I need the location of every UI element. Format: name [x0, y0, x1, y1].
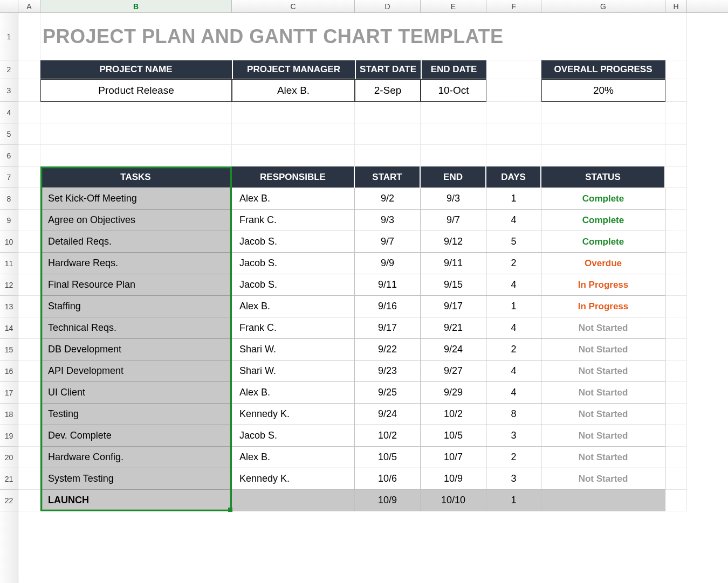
task-status-cell[interactable]: Not Started	[541, 339, 665, 360]
row-header-19[interactable]: 19	[0, 425, 18, 447]
task-start-cell[interactable]: 10/9	[355, 490, 421, 511]
cell-A10[interactable]	[18, 231, 40, 253]
task-status-cell[interactable]: In Progress	[541, 274, 665, 296]
task-status-cell[interactable]: Not Started	[541, 447, 665, 468]
cell-H14[interactable]	[665, 317, 687, 339]
cell-A1[interactable]	[18, 13, 40, 60]
row-header-13[interactable]: 13	[0, 296, 18, 317]
task-days-cell[interactable]: 8	[486, 404, 541, 425]
col-header-H[interactable]: H	[665, 0, 687, 12]
cell-G5[interactable]	[541, 123, 665, 145]
task-responsible-cell[interactable]	[232, 490, 355, 511]
cell-F3[interactable]	[486, 79, 541, 102]
cell-D6[interactable]	[355, 145, 421, 166]
row-header-10[interactable]: 10	[0, 231, 18, 253]
row-header-11[interactable]: 11	[0, 253, 18, 274]
row-header-22[interactable]: 22	[0, 490, 18, 511]
col-header-C[interactable]: C	[232, 0, 355, 12]
row-header-7[interactable]: 7	[0, 166, 18, 188]
cell-H11[interactable]	[665, 253, 687, 274]
col-header-D[interactable]: D	[355, 0, 421, 12]
task-responsible-cell[interactable]: Frank C.	[232, 210, 355, 231]
task-end-cell[interactable]: 10/7	[421, 447, 486, 468]
select-all-corner[interactable]	[0, 0, 18, 12]
cell-A9[interactable]	[18, 210, 40, 231]
row-header-1[interactable]: 1	[0, 13, 18, 60]
cell-H1[interactable]	[665, 13, 687, 60]
row-header-17[interactable]: 17	[0, 382, 18, 404]
task-name-cell[interactable]: System Testing	[40, 468, 232, 490]
task-name-cell[interactable]: Set Kick-Off Meeting	[40, 188, 232, 210]
th-start[interactable]: START	[355, 166, 421, 188]
cell-F5[interactable]	[486, 123, 541, 145]
task-end-cell[interactable]: 10/2	[421, 404, 486, 425]
task-name-cell[interactable]: DB Development	[40, 339, 232, 360]
task-end-cell[interactable]: 9/24	[421, 339, 486, 360]
cell-A19[interactable]	[18, 425, 40, 447]
value-project-manager[interactable]: Alex B.	[232, 79, 355, 102]
task-days-cell[interactable]: 5	[486, 231, 541, 253]
cell-A15[interactable]	[18, 339, 40, 360]
row-header-6[interactable]: 6	[0, 145, 18, 166]
cell-B5[interactable]	[40, 123, 232, 145]
task-start-cell[interactable]: 9/25	[355, 382, 421, 404]
cell-H8[interactable]	[665, 188, 687, 210]
task-start-cell[interactable]: 9/17	[355, 317, 421, 339]
task-end-cell[interactable]: 10/10	[421, 490, 486, 511]
task-days-cell[interactable]: 2	[486, 339, 541, 360]
task-end-cell[interactable]: 9/11	[421, 253, 486, 274]
task-responsible-cell[interactable]: Alex B.	[232, 382, 355, 404]
task-name-cell[interactable]: Agree on Objectives	[40, 210, 232, 231]
task-start-cell[interactable]: 9/22	[355, 339, 421, 360]
cell-D4[interactable]	[355, 102, 421, 123]
task-end-cell[interactable]: 9/7	[421, 210, 486, 231]
grid[interactable]: PROJECT PLAN AND GANTT CHART TEMPLATE PR…	[18, 13, 728, 583]
cell-H3[interactable]	[665, 79, 687, 102]
task-name-cell[interactable]: Hardware Reqs.	[40, 253, 232, 274]
task-status-cell[interactable]: Complete	[541, 188, 665, 210]
cell-A5[interactable]	[18, 123, 40, 145]
task-days-cell[interactable]: 4	[486, 274, 541, 296]
cell-H2[interactable]	[665, 60, 687, 79]
value-start-date[interactable]: 2-Sep	[355, 79, 421, 102]
cell-C6[interactable]	[232, 145, 355, 166]
cell-B6[interactable]	[40, 145, 232, 166]
task-name-cell[interactable]: Staffing	[40, 296, 232, 317]
task-days-cell[interactable]: 1	[486, 296, 541, 317]
task-status-cell[interactable]	[541, 490, 665, 511]
cell-H13[interactable]	[665, 296, 687, 317]
cell-H19[interactable]	[665, 425, 687, 447]
row-header-12[interactable]: 12	[0, 274, 18, 296]
header-end-date[interactable]: END DATE	[421, 60, 486, 79]
cell-H6[interactable]	[665, 145, 687, 166]
task-days-cell[interactable]: 4	[486, 317, 541, 339]
row-header-5[interactable]: 5	[0, 123, 18, 145]
task-start-cell[interactable]: 9/24	[355, 404, 421, 425]
task-responsible-cell[interactable]: Shari W.	[232, 360, 355, 382]
task-responsible-cell[interactable]: Jacob S.	[232, 253, 355, 274]
task-status-cell[interactable]: Not Started	[541, 425, 665, 447]
cell-A16[interactable]	[18, 360, 40, 382]
task-responsible-cell[interactable]: Frank C.	[232, 317, 355, 339]
task-days-cell[interactable]: 2	[486, 253, 541, 274]
task-days-cell[interactable]: 4	[486, 382, 541, 404]
cell-D5[interactable]	[355, 123, 421, 145]
cell-F6[interactable]	[486, 145, 541, 166]
col-header-E[interactable]: E	[421, 0, 486, 12]
task-start-cell[interactable]: 9/3	[355, 210, 421, 231]
value-project-name[interactable]: Product Release	[40, 79, 232, 102]
task-end-cell[interactable]: 10/9	[421, 468, 486, 490]
cell-A6[interactable]	[18, 145, 40, 166]
task-responsible-cell[interactable]: Jacob S.	[232, 231, 355, 253]
row-header-21[interactable]: 21	[0, 468, 18, 490]
th-status[interactable]: STATUS	[541, 166, 665, 188]
task-days-cell[interactable]: 3	[486, 468, 541, 490]
cell-A14[interactable]	[18, 317, 40, 339]
row-header-4[interactable]: 4	[0, 102, 18, 123]
task-start-cell[interactable]: 10/2	[355, 425, 421, 447]
task-responsible-cell[interactable]: Jacob S.	[232, 425, 355, 447]
cell-A21[interactable]	[18, 468, 40, 490]
th-days[interactable]: DAYS	[486, 166, 541, 188]
task-end-cell[interactable]: 9/15	[421, 274, 486, 296]
task-status-cell[interactable]: Not Started	[541, 360, 665, 382]
